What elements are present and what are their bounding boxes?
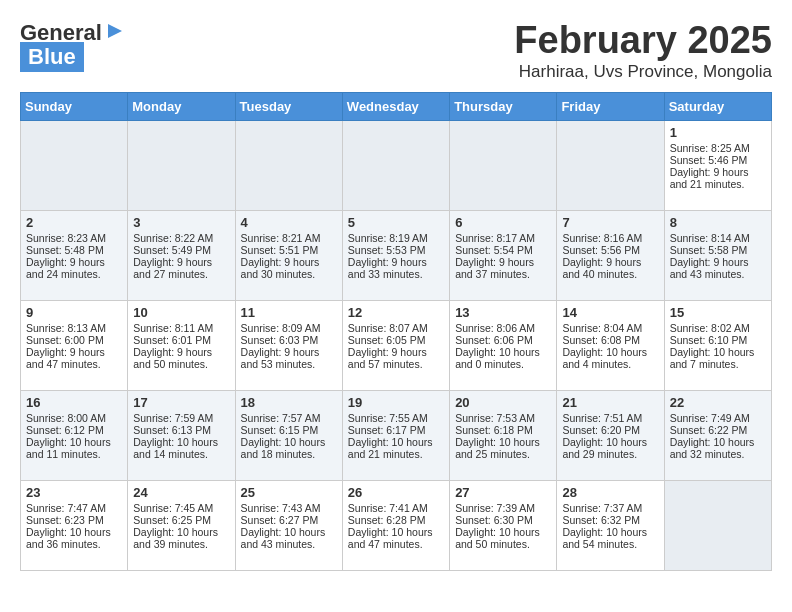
day-number: 16 — [26, 395, 122, 410]
calendar-cell: 19Sunrise: 7:55 AMSunset: 6:17 PMDayligh… — [342, 390, 449, 480]
cell-text: Daylight: 10 hours and 11 minutes. — [26, 436, 122, 460]
cell-text: Daylight: 10 hours and 25 minutes. — [455, 436, 551, 460]
calendar-cell: 6Sunrise: 8:17 AMSunset: 5:54 PMDaylight… — [450, 210, 557, 300]
cell-text: Daylight: 10 hours and 21 minutes. — [348, 436, 444, 460]
cell-text: Sunset: 5:51 PM — [241, 244, 337, 256]
day-number: 28 — [562, 485, 658, 500]
calendar-cell: 7Sunrise: 8:16 AMSunset: 5:56 PMDaylight… — [557, 210, 664, 300]
cell-text: Daylight: 10 hours and 47 minutes. — [348, 526, 444, 550]
day-number: 21 — [562, 395, 658, 410]
day-number: 24 — [133, 485, 229, 500]
day-number: 15 — [670, 305, 766, 320]
calendar-cell: 2Sunrise: 8:23 AMSunset: 5:48 PMDaylight… — [21, 210, 128, 300]
calendar-cell: 13Sunrise: 8:06 AMSunset: 6:06 PMDayligh… — [450, 300, 557, 390]
cell-text: Sunrise: 7:53 AM — [455, 412, 551, 424]
day-number: 18 — [241, 395, 337, 410]
cell-text: Sunrise: 7:57 AM — [241, 412, 337, 424]
calendar-row: 23Sunrise: 7:47 AMSunset: 6:23 PMDayligh… — [21, 480, 772, 570]
cell-text: Sunset: 6:10 PM — [670, 334, 766, 346]
cell-text: Sunrise: 7:47 AM — [26, 502, 122, 514]
cell-text: Daylight: 10 hours and 18 minutes. — [241, 436, 337, 460]
cell-text: Sunrise: 8:17 AM — [455, 232, 551, 244]
calendar-cell: 28Sunrise: 7:37 AMSunset: 6:32 PMDayligh… — [557, 480, 664, 570]
day-number: 11 — [241, 305, 337, 320]
cell-text: Daylight: 9 hours and 53 minutes. — [241, 346, 337, 370]
day-number: 2 — [26, 215, 122, 230]
day-number: 6 — [455, 215, 551, 230]
cell-text: Daylight: 10 hours and 14 minutes. — [133, 436, 229, 460]
cell-text: Sunrise: 7:55 AM — [348, 412, 444, 424]
day-number: 3 — [133, 215, 229, 230]
cell-text: Daylight: 9 hours and 37 minutes. — [455, 256, 551, 280]
day-number: 26 — [348, 485, 444, 500]
cell-text: Sunrise: 8:14 AM — [670, 232, 766, 244]
cell-text: Daylight: 10 hours and 29 minutes. — [562, 436, 658, 460]
calendar-cell: 17Sunrise: 7:59 AMSunset: 6:13 PMDayligh… — [128, 390, 235, 480]
calendar-row: 16Sunrise: 8:00 AMSunset: 6:12 PMDayligh… — [21, 390, 772, 480]
calendar-cell: 24Sunrise: 7:45 AMSunset: 6:25 PMDayligh… — [128, 480, 235, 570]
month-title: February 2025 — [514, 20, 772, 62]
day-number: 4 — [241, 215, 337, 230]
cell-text: Sunset: 6:18 PM — [455, 424, 551, 436]
calendar-cell: 27Sunrise: 7:39 AMSunset: 6:30 PMDayligh… — [450, 480, 557, 570]
cell-text: Sunrise: 8:21 AM — [241, 232, 337, 244]
logo-blue: Blue — [20, 42, 84, 72]
logo: General Blue — [20, 20, 126, 72]
cell-text: Daylight: 9 hours and 33 minutes. — [348, 256, 444, 280]
cell-text: Sunset: 6:22 PM — [670, 424, 766, 436]
calendar-cell: 26Sunrise: 7:41 AMSunset: 6:28 PMDayligh… — [342, 480, 449, 570]
cell-text: Sunrise: 8:02 AM — [670, 322, 766, 334]
calendar-cell: 4Sunrise: 8:21 AMSunset: 5:51 PMDaylight… — [235, 210, 342, 300]
location-title: Harhiraa, Uvs Province, Mongolia — [514, 62, 772, 82]
calendar-cell: 20Sunrise: 7:53 AMSunset: 6:18 PMDayligh… — [450, 390, 557, 480]
day-number: 20 — [455, 395, 551, 410]
calendar-row: 9Sunrise: 8:13 AMSunset: 6:00 PMDaylight… — [21, 300, 772, 390]
calendar-cell: 15Sunrise: 8:02 AMSunset: 6:10 PMDayligh… — [664, 300, 771, 390]
cell-text: Daylight: 10 hours and 54 minutes. — [562, 526, 658, 550]
cell-text: Sunrise: 8:06 AM — [455, 322, 551, 334]
day-number: 12 — [348, 305, 444, 320]
day-number: 22 — [670, 395, 766, 410]
calendar-cell: 1Sunrise: 8:25 AMSunset: 5:46 PMDaylight… — [664, 120, 771, 210]
cell-text: Sunset: 6:17 PM — [348, 424, 444, 436]
weekday-header: Friday — [557, 92, 664, 120]
cell-text: Daylight: 10 hours and 43 minutes. — [241, 526, 337, 550]
cell-text: Sunrise: 7:49 AM — [670, 412, 766, 424]
calendar-cell — [342, 120, 449, 210]
cell-text: Sunset: 6:00 PM — [26, 334, 122, 346]
calendar-row: 1Sunrise: 8:25 AMSunset: 5:46 PMDaylight… — [21, 120, 772, 210]
cell-text: Sunrise: 8:23 AM — [26, 232, 122, 244]
cell-text: Sunrise: 8:19 AM — [348, 232, 444, 244]
cell-text: Daylight: 9 hours and 30 minutes. — [241, 256, 337, 280]
day-number: 25 — [241, 485, 337, 500]
cell-text: Daylight: 9 hours and 47 minutes. — [26, 346, 122, 370]
weekday-header: Saturday — [664, 92, 771, 120]
weekday-header: Sunday — [21, 92, 128, 120]
cell-text: Sunrise: 8:11 AM — [133, 322, 229, 334]
calendar-header-row: SundayMondayTuesdayWednesdayThursdayFrid… — [21, 92, 772, 120]
cell-text: Daylight: 9 hours and 40 minutes. — [562, 256, 658, 280]
cell-text: Sunset: 6:06 PM — [455, 334, 551, 346]
title-block: February 2025 Harhiraa, Uvs Province, Mo… — [514, 20, 772, 82]
weekday-header: Tuesday — [235, 92, 342, 120]
calendar-cell — [557, 120, 664, 210]
day-number: 1 — [670, 125, 766, 140]
day-number: 5 — [348, 215, 444, 230]
cell-text: Sunrise: 8:22 AM — [133, 232, 229, 244]
cell-text: Daylight: 10 hours and 36 minutes. — [26, 526, 122, 550]
logo-arrow-icon — [104, 20, 126, 42]
calendar-cell — [21, 120, 128, 210]
day-number: 27 — [455, 485, 551, 500]
day-number: 7 — [562, 215, 658, 230]
day-number: 13 — [455, 305, 551, 320]
cell-text: Sunset: 5:56 PM — [562, 244, 658, 256]
cell-text: Sunrise: 7:51 AM — [562, 412, 658, 424]
calendar-table: SundayMondayTuesdayWednesdayThursdayFrid… — [20, 92, 772, 571]
calendar-cell: 22Sunrise: 7:49 AMSunset: 6:22 PMDayligh… — [664, 390, 771, 480]
calendar-cell: 25Sunrise: 7:43 AMSunset: 6:27 PMDayligh… — [235, 480, 342, 570]
cell-text: Sunset: 5:53 PM — [348, 244, 444, 256]
cell-text: Sunrise: 7:43 AM — [241, 502, 337, 514]
cell-text: Sunset: 5:49 PM — [133, 244, 229, 256]
cell-text: Daylight: 10 hours and 0 minutes. — [455, 346, 551, 370]
cell-text: Sunrise: 7:39 AM — [455, 502, 551, 514]
